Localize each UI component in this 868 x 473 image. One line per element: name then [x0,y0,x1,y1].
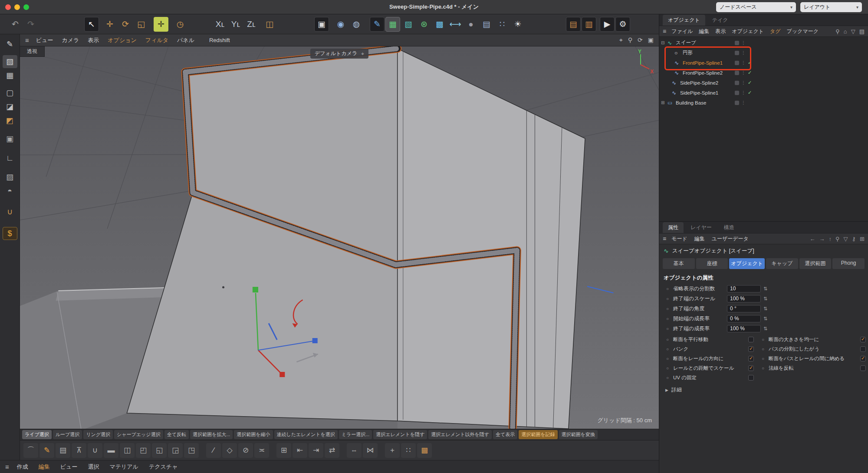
object-name[interactable]: FrontPipe-Spline1 [683,60,723,66]
layout-dropdown[interactable]: レイアウト ▾ [800,2,862,12]
selection-command-button[interactable]: 全て反転 [164,430,189,439]
up-icon[interactable]: ↑ [829,236,832,242]
minimize-window-button[interactable] [14,4,20,10]
arc-tool-icon[interactable]: ⌒ [23,443,38,458]
extrude-tool-icon[interactable]: ◰ [136,443,151,458]
stamp-tool-icon[interactable]: ▤ [56,443,70,458]
lock-icon[interactable]: ⚷ [852,236,856,242]
swap-tool-icon[interactable]: ⇄ [325,443,339,458]
plane-cut-tool-icon[interactable]: ◇ [222,443,237,458]
attribute-section-tab[interactable]: オブジェクト [729,258,765,269]
enabled-check-icon[interactable]: ✓ [748,70,753,76]
camera-move-icon[interactable]: ⌖ [361,51,364,57]
magnet-tool-icon[interactable]: ∪ [88,443,102,458]
viewport-3d[interactable]: 透視 デフォルトカメラ ⌖ Y X [20,46,659,429]
last-tool-button[interactable]: ◷ [173,17,187,32]
placement-tool[interactable]: ✛ [154,17,168,32]
checkbox[interactable] [860,365,866,371]
attribute-manager-tab[interactable]: 属性 [663,222,684,233]
filter-icon[interactable]: ▽ [851,28,855,35]
redo-icon[interactable]: ↷ [23,17,38,32]
selection-command-button[interactable]: シャープエッジ選択 [114,430,163,439]
expander-icon[interactable]: ⊟ [661,40,667,45]
layer-color-chip[interactable] [735,41,739,45]
layer-color-chip[interactable] [735,81,739,85]
object-name[interactable]: SidePipe-Spline1 [680,90,718,95]
render-settings-button[interactable]: ◍ [349,17,364,32]
object-name[interactable]: Building Base [676,100,706,105]
attribute-value-input[interactable]: 0 % [727,315,761,322]
maximize-view-icon[interactable]: ▣ [648,36,654,44]
zoom-window-button[interactable] [23,4,29,10]
x-axis-handle[interactable] [279,372,285,377]
visibility-dots-icon[interactable]: ⋮ [741,40,746,45]
attribute-manager-tab[interactable]: 構造 [719,222,740,233]
rotate-view-icon[interactable]: ⟳ [638,36,643,44]
selection-command-button[interactable]: ループ選択 [53,430,82,439]
dots-grid-icon[interactable]: ∷ [401,443,416,458]
live-selection-tool[interactable]: ↖ [84,17,99,32]
visibility-dots-icon[interactable]: ⋮ [741,50,746,55]
polygon-mode-button[interactable]: ◩ [3,114,17,127]
z-axis-handle[interactable] [312,338,318,343]
polygon-pen-icon[interactable]: ✎ [39,443,54,458]
generator-button[interactable]: ▧ [401,17,416,32]
attribute-value-input[interactable]: 100 % [727,325,761,332]
axis-lock-z-button[interactable]: Zʟ [244,17,259,32]
edge-cut-right-icon[interactable]: ⇥ [309,443,323,458]
selection-command-button[interactable]: リング選択 [83,430,113,439]
object-manager-menu-item[interactable]: タグ [770,28,781,35]
keyframe-circle-icon[interactable]: ○ [664,286,671,291]
keyframe-circle-icon[interactable]: ○ [664,326,671,331]
enabled-check-icon[interactable]: ✓ [748,80,753,85]
light-button[interactable]: ☀ [510,17,525,32]
object-manager-tab[interactable]: オブジェクト [663,15,705,26]
weld-tool-icon[interactable]: ≍ [254,443,269,458]
array-button[interactable]: ⊛ [417,17,431,32]
stepper-icon[interactable]: ⇅ [763,286,767,292]
keyframe-circle-icon[interactable]: ○ [664,306,671,311]
checkbox[interactable] [860,346,866,352]
team-render-icon[interactable]: ▤ [566,17,581,32]
keyframe-circle-icon[interactable]: ○ [760,347,766,351]
attribute-value-input[interactable]: 10 [727,285,761,292]
y-axis-handle[interactable] [253,287,258,292]
iron-tool-icon[interactable]: ▬ [104,443,118,458]
selection-command-button[interactable]: ライブ選択 [22,430,52,439]
object-manager-menu-item[interactable]: 表示 [715,28,726,35]
checkbox[interactable] [860,356,866,361]
selection-command-button[interactable]: 全て表示 [493,430,517,439]
selection-command-button[interactable]: 選択範囲を拡大... [190,430,233,439]
play-button[interactable]: ▶ [600,17,615,32]
forward-icon[interactable]: → [819,236,825,242]
snap-button[interactable]: ∪ [3,205,17,218]
keyframe-circle-icon[interactable]: ○ [664,356,671,361]
viewport-menu-item[interactable]: パネル [177,36,194,44]
mirror-tool-icon[interactable]: ⋈ [363,443,378,458]
keyframe-circle-icon[interactable]: ○ [760,366,766,371]
nodespace-dropdown[interactable]: ノードスペース ▾ [716,2,796,12]
details-toggle[interactable]: ▶ 詳細 [659,382,868,397]
selection-command-button[interactable]: 選択エレメント以外を隠す [428,430,492,439]
mograph-button[interactable]: ▤ [479,17,494,32]
selection-command-button[interactable]: 選択範囲を記録 [519,430,557,439]
bookmark-icon[interactable]: ⌂ [844,28,847,35]
object-manager-tab[interactable]: テイク [707,15,733,26]
attribute-section-tab[interactable]: キャップ [766,258,798,269]
make-editable-button[interactable]: ✎ [3,38,17,51]
scale-tool[interactable]: ◱ [134,17,148,32]
bottom-menu-item[interactable]: ビュー [60,463,78,471]
object-name[interactable]: スイープ [676,39,696,46]
viewport-menu-item[interactable]: オプション [108,36,137,44]
point-mode-button[interactable]: ▢ [3,86,17,99]
viewport-menu-item[interactable]: フィルタ [145,36,168,44]
undo-icon[interactable]: ↶ [8,17,23,32]
settings-gear-button[interactable]: ⚙ [615,17,630,32]
bottom-menu-item[interactable]: テクスチャ [149,463,178,471]
bottom-menu-item[interactable]: 編集 [39,463,50,471]
checkbox[interactable] [748,365,754,371]
commander-button[interactable]: $ [3,227,17,240]
render-picture-viewer-button[interactable]: ◉ [333,17,348,32]
object-manager-menu-item[interactable]: 編集 [699,28,709,35]
field-button[interactable]: ⟷ [448,17,463,32]
